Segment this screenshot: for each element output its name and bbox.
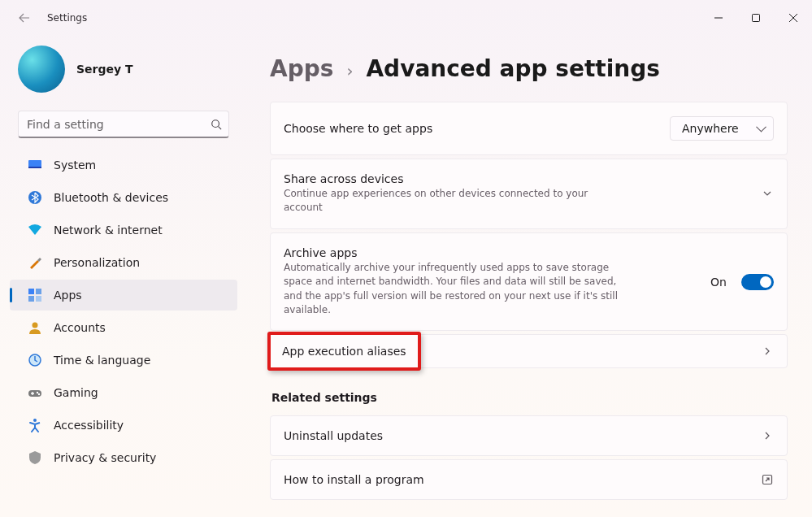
sidebar-item-label: Accessibility <box>54 419 124 432</box>
external-link-icon <box>761 473 774 486</box>
bluetooth-icon <box>28 190 42 205</box>
breadcrumb: Apps › Advanced app settings <box>270 55 788 82</box>
close-button[interactable] <box>775 5 812 31</box>
avatar <box>18 46 65 93</box>
sidebar-item-label: Apps <box>54 289 82 302</box>
svg-point-13 <box>38 393 40 395</box>
breadcrumb-parent[interactable]: Apps <box>270 55 333 82</box>
apps-icon <box>28 288 42 302</box>
close-icon <box>789 14 797 22</box>
card-title: Uninstall updates <box>284 429 761 442</box>
card-choose-where: Choose where to get apps Anywhere <box>270 102 788 155</box>
card-archive-apps: Archive apps Automatically archive your … <box>270 232 788 332</box>
profile-block[interactable]: Sergey T <box>0 36 245 106</box>
sidebar-item-label: Time & language <box>54 354 150 367</box>
chevron-down-icon <box>761 187 774 200</box>
sidebar-nav: System Bluetooth & devices Network & int… <box>0 150 245 473</box>
maximize-button[interactable] <box>737 5 775 31</box>
svg-point-9 <box>33 323 38 328</box>
dropdown-value: Anywhere <box>682 122 739 135</box>
search-icon <box>211 119 222 130</box>
main-content: Apps › Advanced app settings Choose wher… <box>245 36 812 517</box>
toggle-state-label: On <box>710 276 727 289</box>
wifi-icon <box>28 223 42 237</box>
related-settings-heading: Related settings <box>271 391 788 404</box>
chevron-right-icon <box>761 345 774 358</box>
sidebar-item-network[interactable]: Network & internet <box>10 215 237 245</box>
sidebar-item-personalization[interactable]: Personalization <box>10 247 237 278</box>
sidebar-item-gaming[interactable]: Gaming <box>10 377 237 408</box>
shield-icon <box>28 450 42 465</box>
svg-rect-0 <box>753 15 760 22</box>
annotation-highlight: App execution aliases <box>267 332 421 371</box>
card-title: App execution aliases <box>282 345 406 358</box>
card-how-to-install[interactable]: How to install a program <box>270 459 788 500</box>
profile-name: Sergey T <box>76 63 133 76</box>
accessibility-icon <box>28 418 42 432</box>
svg-point-14 <box>33 419 37 422</box>
paintbrush-icon <box>28 255 42 270</box>
sidebar-item-label: Personalization <box>54 256 140 269</box>
person-icon <box>28 320 42 335</box>
search-input[interactable]: Find a setting <box>18 111 229 138</box>
app-title: Settings <box>47 12 87 24</box>
page-title: Advanced app settings <box>366 55 660 82</box>
card-title: How to install a program <box>284 473 761 486</box>
sidebar-item-privacy[interactable]: Privacy & security <box>10 442 237 473</box>
minimize-icon <box>714 14 723 22</box>
maximize-icon <box>752 14 760 22</box>
minimize-button[interactable] <box>700 5 737 31</box>
svg-rect-3 <box>28 167 41 168</box>
arrow-left-icon <box>18 11 31 24</box>
sidebar-item-bluetooth[interactable]: Bluetooth & devices <box>10 182 237 213</box>
sidebar-item-label: Gaming <box>54 386 98 399</box>
svg-rect-7 <box>28 296 34 302</box>
sidebar-item-system[interactable]: System <box>10 150 237 180</box>
card-share-devices[interactable]: Share across devices Continue app experi… <box>270 159 788 229</box>
sidebar-item-accessibility[interactable]: Accessibility <box>10 410 237 441</box>
sidebar-item-label: Bluetooth & devices <box>54 191 168 204</box>
sidebar-item-label: Privacy & security <box>54 451 156 464</box>
sidebar-item-accounts[interactable]: Accounts <box>10 312 237 343</box>
monitor-icon <box>28 158 42 172</box>
clock-globe-icon <box>28 353 42 367</box>
sidebar-item-label: Accounts <box>54 321 106 334</box>
sidebar: Sergey T Find a setting System Bluetooth… <box>0 36 245 517</box>
card-title: Choose where to get apps <box>284 122 670 135</box>
svg-rect-8 <box>36 296 41 302</box>
archive-apps-toggle[interactable] <box>741 274 774 290</box>
svg-point-1 <box>212 119 219 127</box>
card-subtitle: Continue app experiences on other device… <box>284 187 625 215</box>
back-button[interactable] <box>13 7 36 29</box>
gamepad-icon <box>28 385 42 400</box>
sidebar-item-label: Network & internet <box>54 224 163 237</box>
card-app-execution-aliases[interactable]: App execution aliases <box>270 334 788 368</box>
choose-where-dropdown[interactable]: Anywhere <box>670 116 774 141</box>
card-title: Share across devices <box>284 172 761 185</box>
chevron-right-icon <box>761 429 774 442</box>
sidebar-item-time-language[interactable]: Time & language <box>10 345 237 376</box>
card-uninstall-updates[interactable]: Uninstall updates <box>270 415 788 456</box>
title-bar: Settings <box>0 0 812 36</box>
window-controls <box>700 5 812 31</box>
sidebar-item-label: System <box>54 159 96 172</box>
svg-rect-5 <box>28 289 34 294</box>
sidebar-item-apps[interactable]: Apps <box>10 280 237 311</box>
card-subtitle: Automatically archive your infrequently … <box>284 261 625 318</box>
card-title: Archive apps <box>284 246 710 259</box>
svg-point-12 <box>37 392 38 393</box>
breadcrumb-separator-icon: › <box>346 61 353 80</box>
svg-rect-6 <box>36 289 41 294</box>
search-placeholder: Find a setting <box>27 118 104 131</box>
